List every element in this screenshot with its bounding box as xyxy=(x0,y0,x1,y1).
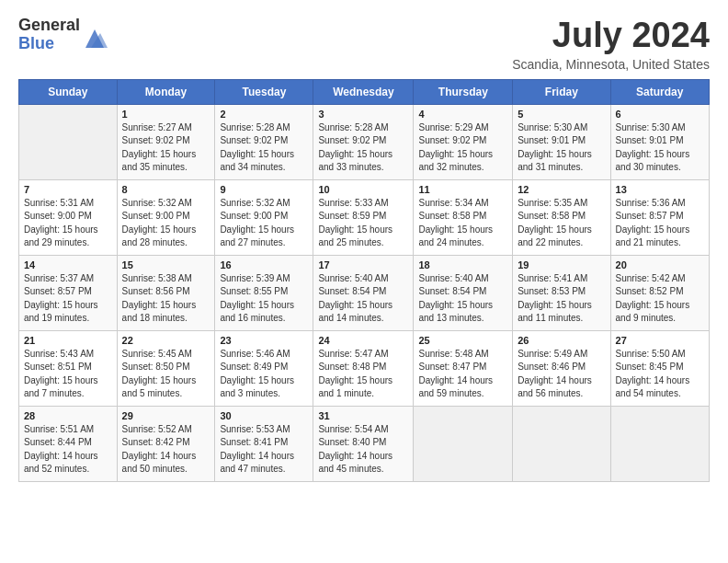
calendar-empty-cell xyxy=(414,406,513,481)
page: General Blue July 2024 Scandia, Minnesot… xyxy=(0,0,728,563)
calendar-day-21: 21Sunrise: 5:43 AM Sunset: 8:51 PM Dayli… xyxy=(19,330,118,406)
calendar-day-28: 28Sunrise: 5:51 AM Sunset: 8:44 PM Dayli… xyxy=(19,406,118,481)
logo-general-text: General xyxy=(18,17,80,35)
day-number: 24 xyxy=(318,335,408,346)
day-number: 11 xyxy=(418,184,507,195)
day-info: Sunrise: 5:35 AM Sunset: 8:58 PM Dayligh… xyxy=(518,197,605,250)
day-number: 26 xyxy=(518,335,605,346)
calendar-day-30: 30Sunrise: 5:53 AM Sunset: 8:41 PM Dayli… xyxy=(215,406,313,481)
day-number: 20 xyxy=(616,259,704,270)
day-info: Sunrise: 5:53 AM Sunset: 8:41 PM Dayligh… xyxy=(220,423,308,477)
calendar-day-20: 20Sunrise: 5:42 AM Sunset: 8:52 PM Dayli… xyxy=(610,255,709,330)
calendar-day-18: 18Sunrise: 5:40 AM Sunset: 8:54 PM Dayli… xyxy=(414,255,513,330)
day-number: 18 xyxy=(418,259,507,270)
day-info: Sunrise: 5:28 AM Sunset: 9:02 PM Dayligh… xyxy=(220,121,308,175)
day-info: Sunrise: 5:32 AM Sunset: 9:00 PM Dayligh… xyxy=(122,197,210,250)
weekday-header-monday: Monday xyxy=(117,79,215,104)
weekday-header-saturday: Saturday xyxy=(610,79,709,104)
day-info: Sunrise: 5:42 AM Sunset: 8:52 PM Dayligh… xyxy=(616,272,704,326)
calendar-day-12: 12Sunrise: 5:35 AM Sunset: 8:58 PM Dayli… xyxy=(513,179,610,255)
day-info: Sunrise: 5:33 AM Sunset: 8:59 PM Dayligh… xyxy=(318,197,408,250)
calendar-day-7: 7Sunrise: 5:31 AM Sunset: 9:00 PM Daylig… xyxy=(19,179,118,255)
day-number: 21 xyxy=(24,335,112,346)
calendar-week-row: 21Sunrise: 5:43 AM Sunset: 8:51 PM Dayli… xyxy=(19,330,710,406)
day-number: 29 xyxy=(122,410,210,421)
calendar-day-22: 22Sunrise: 5:45 AM Sunset: 8:50 PM Dayli… xyxy=(117,330,215,406)
day-info: Sunrise: 5:29 AM Sunset: 9:02 PM Dayligh… xyxy=(418,121,507,175)
day-number: 25 xyxy=(418,335,507,346)
day-number: 6 xyxy=(616,109,704,120)
day-number: 16 xyxy=(220,259,308,270)
weekday-header-friday: Friday xyxy=(513,79,610,104)
calendar-day-13: 13Sunrise: 5:36 AM Sunset: 8:57 PM Dayli… xyxy=(610,179,709,255)
day-info: Sunrise: 5:51 AM Sunset: 8:44 PM Dayligh… xyxy=(24,423,112,477)
day-number: 1 xyxy=(122,109,210,120)
day-info: Sunrise: 5:32 AM Sunset: 9:00 PM Dayligh… xyxy=(220,197,308,250)
day-number: 14 xyxy=(24,259,112,270)
day-number: 5 xyxy=(518,109,605,120)
calendar-empty-cell xyxy=(19,104,118,179)
day-info: Sunrise: 5:50 AM Sunset: 8:45 PM Dayligh… xyxy=(616,348,704,401)
day-info: Sunrise: 5:31 AM Sunset: 9:00 PM Dayligh… xyxy=(24,197,112,250)
day-info: Sunrise: 5:36 AM Sunset: 8:57 PM Dayligh… xyxy=(616,197,704,250)
location-subtitle: Scandia, Minnesota, United States xyxy=(512,57,710,72)
day-number: 15 xyxy=(122,259,210,270)
day-number: 2 xyxy=(220,109,308,120)
calendar-day-19: 19Sunrise: 5:41 AM Sunset: 8:53 PM Dayli… xyxy=(513,255,610,330)
calendar-day-27: 27Sunrise: 5:50 AM Sunset: 8:45 PM Dayli… xyxy=(610,330,709,406)
day-info: Sunrise: 5:47 AM Sunset: 8:48 PM Dayligh… xyxy=(318,348,408,401)
day-number: 19 xyxy=(518,259,605,270)
title-block: July 2024 Scandia, Minnesota, United Sta… xyxy=(512,17,710,72)
day-number: 4 xyxy=(418,109,507,120)
day-number: 31 xyxy=(318,410,408,421)
weekday-header-tuesday: Tuesday xyxy=(215,79,313,104)
day-info: Sunrise: 5:46 AM Sunset: 8:49 PM Dayligh… xyxy=(220,348,308,401)
day-info: Sunrise: 5:48 AM Sunset: 8:47 PM Dayligh… xyxy=(418,348,507,401)
calendar-day-29: 29Sunrise: 5:52 AM Sunset: 8:42 PM Dayli… xyxy=(117,406,215,481)
day-number: 3 xyxy=(318,109,408,120)
day-number: 13 xyxy=(616,184,704,195)
calendar-day-25: 25Sunrise: 5:48 AM Sunset: 8:47 PM Dayli… xyxy=(414,330,513,406)
day-info: Sunrise: 5:40 AM Sunset: 8:54 PM Dayligh… xyxy=(418,272,507,326)
day-number: 30 xyxy=(220,410,308,421)
day-info: Sunrise: 5:34 AM Sunset: 8:58 PM Dayligh… xyxy=(418,197,507,250)
logo-icon xyxy=(82,26,108,52)
calendar-day-15: 15Sunrise: 5:38 AM Sunset: 8:56 PM Dayli… xyxy=(117,255,215,330)
calendar-day-24: 24Sunrise: 5:47 AM Sunset: 8:48 PM Dayli… xyxy=(313,330,414,406)
weekday-header-sunday: Sunday xyxy=(19,79,118,104)
day-number: 22 xyxy=(122,335,210,346)
calendar-day-2: 2Sunrise: 5:28 AM Sunset: 9:02 PM Daylig… xyxy=(215,104,313,179)
day-info: Sunrise: 5:30 AM Sunset: 9:01 PM Dayligh… xyxy=(518,121,605,175)
day-info: Sunrise: 5:27 AM Sunset: 9:02 PM Dayligh… xyxy=(122,121,210,175)
day-number: 28 xyxy=(24,410,112,421)
day-number: 12 xyxy=(518,184,605,195)
calendar-day-26: 26Sunrise: 5:49 AM Sunset: 8:46 PM Dayli… xyxy=(513,330,610,406)
calendar-week-row: 7Sunrise: 5:31 AM Sunset: 9:00 PM Daylig… xyxy=(19,179,710,255)
calendar-day-31: 31Sunrise: 5:54 AM Sunset: 8:40 PM Dayli… xyxy=(313,406,414,481)
calendar-empty-cell xyxy=(513,406,610,481)
day-info: Sunrise: 5:39 AM Sunset: 8:55 PM Dayligh… xyxy=(220,272,308,326)
calendar-day-5: 5Sunrise: 5:30 AM Sunset: 9:01 PM Daylig… xyxy=(513,104,610,179)
day-info: Sunrise: 5:37 AM Sunset: 8:57 PM Dayligh… xyxy=(24,272,112,326)
calendar-day-17: 17Sunrise: 5:40 AM Sunset: 8:54 PM Dayli… xyxy=(313,255,414,330)
calendar-day-6: 6Sunrise: 5:30 AM Sunset: 9:01 PM Daylig… xyxy=(610,104,709,179)
calendar-day-16: 16Sunrise: 5:39 AM Sunset: 8:55 PM Dayli… xyxy=(215,255,313,330)
calendar-day-3: 3Sunrise: 5:28 AM Sunset: 9:02 PM Daylig… xyxy=(313,104,414,179)
day-info: Sunrise: 5:54 AM Sunset: 8:40 PM Dayligh… xyxy=(318,423,408,477)
calendar-day-9: 9Sunrise: 5:32 AM Sunset: 9:00 PM Daylig… xyxy=(215,179,313,255)
day-number: 7 xyxy=(24,184,112,195)
day-number: 8 xyxy=(122,184,210,195)
weekday-header-wednesday: Wednesday xyxy=(313,79,414,104)
day-info: Sunrise: 5:43 AM Sunset: 8:51 PM Dayligh… xyxy=(24,348,112,401)
day-info: Sunrise: 5:40 AM Sunset: 8:54 PM Dayligh… xyxy=(318,272,408,326)
day-number: 27 xyxy=(616,335,704,346)
day-number: 10 xyxy=(318,184,408,195)
calendar-day-8: 8Sunrise: 5:32 AM Sunset: 9:00 PM Daylig… xyxy=(117,179,215,255)
day-info: Sunrise: 5:49 AM Sunset: 8:46 PM Dayligh… xyxy=(518,348,605,401)
day-info: Sunrise: 5:28 AM Sunset: 9:02 PM Dayligh… xyxy=(318,121,408,175)
weekday-header-thursday: Thursday xyxy=(414,79,513,104)
calendar-week-row: 14Sunrise: 5:37 AM Sunset: 8:57 PM Dayli… xyxy=(19,255,710,330)
day-info: Sunrise: 5:41 AM Sunset: 8:53 PM Dayligh… xyxy=(518,272,605,326)
calendar-table: SundayMondayTuesdayWednesdayThursdayFrid… xyxy=(18,79,710,482)
header: General Blue July 2024 Scandia, Minnesot… xyxy=(18,17,710,72)
